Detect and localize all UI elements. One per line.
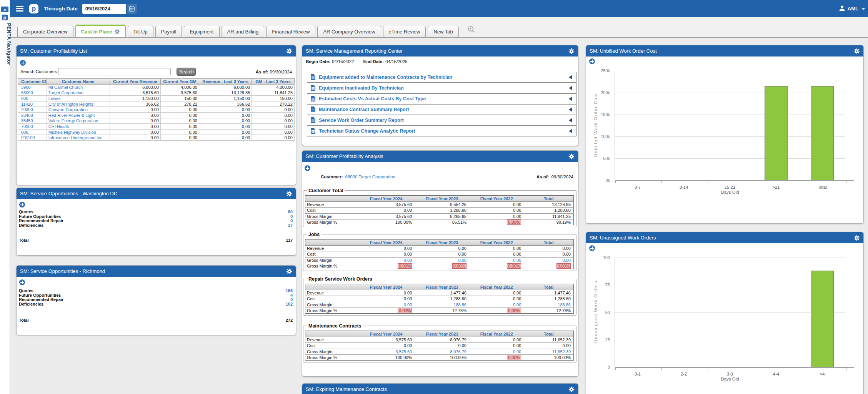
customer-id-link[interactable]: 800 (21, 96, 28, 101)
year-column-header[interactable]: Total (524, 196, 573, 202)
add-icon[interactable] (20, 60, 26, 66)
year-column-header[interactable]: Fiscal Year 2023 (415, 331, 469, 337)
report-link[interactable]: Estimated Costs Vs Actual Costs By Cost … (319, 96, 426, 101)
search-input[interactable] (58, 68, 171, 75)
value-link[interactable]: 0.00 (513, 349, 521, 354)
add-icon[interactable] (305, 165, 310, 171)
penta-logo-topbar[interactable]: p (29, 4, 38, 13)
report-row[interactable]: Estimated Costs Vs Actual Costs By Cost … (307, 94, 576, 105)
value-link[interactable]: 0.00 (513, 258, 521, 263)
add-icon[interactable] (19, 279, 25, 285)
customer-id-link[interactable]: 20300 (21, 107, 33, 112)
value-link[interactable]: 8,076.79 (450, 349, 466, 354)
tab-new-tab[interactable]: New Tab (428, 26, 458, 38)
gear-icon[interactable] (854, 48, 860, 54)
add-icon[interactable] (589, 245, 595, 251)
report-link[interactable]: Maintenance Contract Summary Report (319, 107, 409, 112)
customer-name-link[interactable]: Red River Power & Light (48, 113, 95, 118)
customer-name-link[interactable]: CHI Health (48, 124, 69, 129)
tab-financial-review[interactable]: Financial Review (266, 26, 315, 38)
value-link[interactable]: 3,575.60 (395, 349, 412, 354)
customer-name-link[interactable]: Valero Energy Corporation (48, 118, 98, 123)
gear-icon[interactable] (286, 268, 292, 274)
customer-id-link[interactable]: 23468 (21, 113, 33, 118)
year-column-header[interactable]: Fiscal Year 2023 (415, 284, 469, 290)
search-button[interactable]: Search (177, 68, 196, 76)
gear-icon[interactable] (854, 235, 860, 241)
column-header[interactable]: Customer Name (47, 79, 110, 85)
sidebar-collapse-icon[interactable]: » (1, 7, 8, 12)
opportunity-value[interactable]: 166 (286, 288, 293, 293)
year-column-header[interactable]: Fiscal Year 2024 (358, 196, 415, 202)
customer-name-link[interactable]: Chevron Corporation (48, 107, 88, 112)
customer-name-link[interactable]: Michels Highway Division (48, 130, 96, 135)
column-header[interactable]: Revenue - Last 3 Years (199, 79, 252, 85)
gear-icon[interactable] (568, 153, 575, 160)
collapse-arrow-icon[interactable] (569, 118, 572, 123)
year-column-header[interactable]: Fiscal Year 2022 (469, 196, 524, 202)
gear-icon[interactable] (568, 386, 575, 392)
value-link[interactable]: 0.00 (404, 258, 412, 263)
customer-id-link[interactable]: 3900 (21, 85, 30, 90)
customer-id-link[interactable]: 11420 (21, 102, 33, 106)
customer-name-link[interactable]: Target Corporation (48, 90, 83, 95)
opportunity-value[interactable]: 0 (290, 214, 293, 219)
value-link[interactable]: 0.00 (458, 258, 466, 263)
customer-id-link[interactable]: IFS100 (21, 135, 35, 140)
opportunity-value[interactable]: 4 (290, 293, 293, 298)
report-row[interactable]: Equipment added to Maintenance Contracts… (307, 72, 576, 83)
report-row[interactable]: Technician Status Change Analytic Report (307, 126, 576, 136)
collapse-arrow-icon[interactable] (569, 86, 572, 90)
bar-Total[interactable] (811, 86, 834, 180)
tab-tilt-up[interactable]: Tilt Up (128, 26, 153, 38)
customer-id-link[interactable]: 006 (21, 130, 28, 135)
report-row[interactable]: Maintenance Contract Summary Report (307, 105, 576, 115)
gear-icon[interactable] (568, 48, 575, 54)
gear-icon[interactable] (286, 48, 292, 54)
opportunity-value[interactable]: 0 (290, 218, 293, 223)
calendar-icon[interactable] (126, 4, 137, 14)
year-column-header[interactable]: Fiscal Year 2023 (415, 239, 469, 246)
customer-link[interactable]: 68000 Target Corporation (345, 175, 395, 179)
add-icon[interactable] (589, 58, 595, 64)
menu-icon[interactable] (16, 6, 23, 12)
customer-id-link[interactable]: 85450 (21, 118, 33, 123)
year-column-header[interactable]: Fiscal Year 2022 (469, 239, 524, 246)
tab-cast-in-place[interactable]: Cast In Place (75, 25, 126, 38)
customer-name-link[interactable]: Mt Carmel Church (48, 85, 83, 90)
column-header[interactable]: GM - Last 3 Years (252, 79, 295, 85)
customer-name-link[interactable]: City of Arlington Heights (48, 102, 93, 106)
bar->4[interactable] (811, 271, 834, 367)
column-header[interactable]: Current Year Revenue (110, 79, 160, 85)
value-link[interactable]: 0.00 (404, 303, 412, 307)
tab-search-icon[interactable] (467, 25, 475, 34)
year-column-header[interactable]: Total (524, 284, 573, 290)
customer-name-link[interactable]: Infrasource Underground Inc. (48, 135, 103, 140)
collapse-arrow-icon[interactable] (569, 107, 572, 112)
opportunity-value[interactable]: 102 (286, 302, 293, 306)
value-link[interactable]: 0.00 (513, 303, 521, 307)
opportunity-value[interactable]: 80 (288, 209, 293, 214)
bar->21[interactable] (765, 86, 788, 180)
report-link[interactable]: Equipment Inactivated By Technician (319, 85, 404, 91)
add-icon[interactable] (19, 202, 25, 208)
year-column-header[interactable]: Fiscal Year 2024 (358, 331, 415, 337)
year-column-header[interactable]: Fiscal Year 2023 (415, 196, 469, 202)
tab-equipment[interactable]: Equipment (184, 26, 219, 38)
opportunity-value[interactable]: 37 (288, 223, 293, 228)
customer-id-link[interactable]: 70000 (21, 124, 33, 129)
report-link[interactable]: Service Work Order Summary Report (319, 118, 404, 123)
gear-icon[interactable] (286, 191, 292, 197)
customer-name-link[interactable]: Lowes (48, 96, 61, 101)
report-row[interactable]: Service Work Order Summary Report (307, 115, 576, 126)
report-link[interactable]: Equipment added to Maintenance Contracts… (319, 75, 452, 80)
tab-etime-review[interactable]: eTime Review (383, 26, 426, 38)
year-column-header[interactable]: Total (524, 239, 573, 246)
collapse-arrow-icon[interactable] (569, 75, 572, 80)
tab-ar-and-billing[interactable]: AR and Billing (222, 26, 265, 38)
year-column-header[interactable]: Total (524, 331, 573, 337)
customer-id-link[interactable]: 68000 (21, 90, 33, 95)
column-header[interactable]: Customer ID (18, 79, 47, 85)
column-header[interactable]: Current Year GM (160, 79, 199, 85)
year-column-header[interactable]: Fiscal Year 2024 (358, 284, 415, 290)
